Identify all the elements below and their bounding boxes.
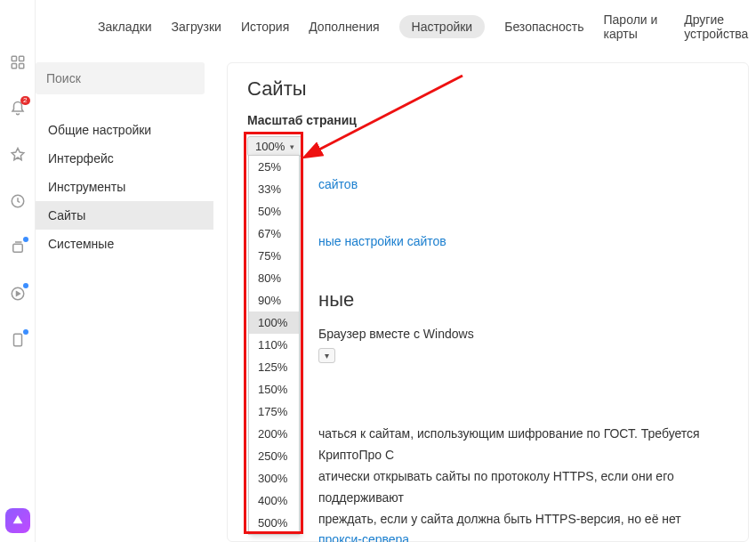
chevron-down-icon: ▾	[290, 142, 294, 151]
tab-security[interactable]: Безопасность	[504, 20, 583, 34]
svg-rect-5	[12, 244, 22, 252]
link-proxy[interactable]: прокси-сервера	[318, 530, 728, 542]
zoom-option[interactable]: 500%	[249, 512, 299, 534]
tab-addons[interactable]: Дополнения	[309, 20, 379, 34]
zoom-option[interactable]: 100%	[249, 311, 299, 334]
device-icon[interactable]	[9, 331, 27, 349]
zoom-option[interactable]: 80%	[249, 267, 299, 289]
nav-system[interactable]: Системные	[36, 230, 213, 258]
launch-dropdown[interactable]: ▾	[318, 348, 335, 363]
zoom-option[interactable]: 50%	[249, 200, 299, 222]
dot-indicator	[23, 237, 28, 242]
link-sites-scale[interactable]: сайтов	[318, 177, 358, 191]
content-panel: Сайты Масштаб страниц 100% ▾ сайтов ные …	[227, 62, 749, 542]
zoom-label: Масштаб страниц	[247, 113, 728, 127]
alice-icon[interactable]	[5, 508, 30, 533]
svg-rect-1	[19, 56, 23, 61]
zoom-option[interactable]: 25%	[249, 156, 299, 178]
zoom-select-value: 100%	[255, 140, 285, 153]
zoom-option[interactable]: 33%	[249, 178, 299, 200]
nav-interface[interactable]: Интерфейс	[36, 144, 213, 173]
tab-history[interactable]: История	[241, 20, 289, 34]
settings-side-panel: Общие настройки Интерфейс Инструменты Са…	[36, 62, 213, 258]
zoom-option[interactable]: 400%	[249, 489, 299, 512]
zoom-option[interactable]: 67%	[249, 222, 299, 245]
svg-rect-0	[12, 56, 16, 61]
zoom-option[interactable]: 90%	[249, 289, 299, 311]
section-heading-sites: Сайты	[247, 77, 728, 101]
zoom-option[interactable]: 75%	[249, 245, 299, 267]
zoom-option[interactable]: 125%	[249, 356, 299, 378]
zoom-select[interactable]: 100% ▾	[247, 136, 302, 157]
zoom-option[interactable]: 175%	[249, 400, 299, 423]
clock-icon[interactable]	[9, 192, 27, 210]
collections-icon[interactable]	[9, 239, 27, 256]
svg-rect-2	[12, 64, 16, 69]
zoom-option[interactable]: 200%	[249, 423, 299, 445]
tab-devices[interactable]: Другие устройства	[684, 12, 756, 41]
nav-sites[interactable]: Сайты	[36, 201, 213, 230]
play-icon[interactable]	[9, 285, 27, 303]
link-advanced-site-settings[interactable]: ные настройки сайтов	[318, 234, 446, 248]
nav-tools[interactable]: Инструменты	[36, 173, 213, 201]
notification-badge: 2	[20, 96, 29, 105]
settings-tabs: Закладки Загрузки История Дополнения Нас…	[36, 0, 756, 53]
dot-indicator	[23, 329, 28, 335]
launch-with-windows-frag: Браузер вместе с Windows	[318, 324, 474, 345]
svg-rect-7	[13, 334, 21, 346]
zoom-option[interactable]: 250%	[249, 445, 299, 467]
zoom-option[interactable]: 150%	[249, 378, 299, 400]
search-input[interactable]	[36, 62, 205, 94]
section-heading-system-frag: ные	[318, 288, 728, 311]
nav-general[interactable]: Общие настройки	[36, 116, 213, 144]
zoom-dropdown[interactable]: 25% 33% 50% 67% 75% 80% 90% 100% 110% 12…	[248, 155, 300, 535]
gost-text-frag: чаться к сайтам, использующим шифрование…	[318, 424, 728, 466]
tab-downloads[interactable]: Загрузки	[172, 20, 221, 34]
apps-icon[interactable]	[9, 53, 27, 71]
zoom-option[interactable]: 110%	[249, 334, 299, 356]
vertical-icon-strip: 2	[0, 0, 36, 542]
svg-rect-3	[19, 64, 23, 69]
https-warn-text-frag: преждать, если у сайта должна быть HTTPS…	[318, 509, 728, 530]
https-auto-text-frag: атически открывать сайты по протоколу HT…	[318, 466, 728, 509]
bell-icon[interactable]: 2	[9, 100, 27, 117]
star-icon[interactable]	[9, 146, 27, 164]
dot-indicator	[23, 283, 28, 288]
tab-bookmarks[interactable]: Закладки	[98, 20, 152, 34]
tab-settings[interactable]: Настройки	[399, 15, 486, 38]
zoom-option[interactable]: 300%	[249, 467, 299, 489]
tab-passwords[interactable]: Пароли и карты	[604, 12, 665, 41]
